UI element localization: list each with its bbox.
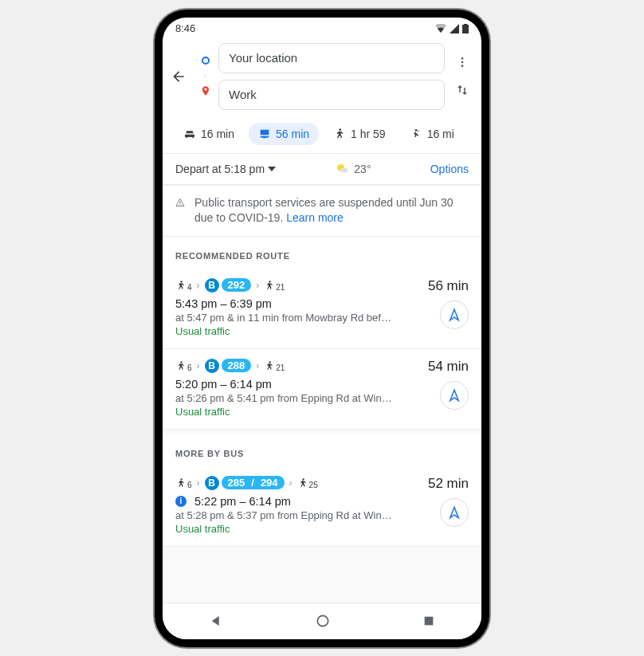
walk-minutes: 4 xyxy=(187,283,192,292)
walk-step: 6 xyxy=(175,360,192,371)
options-button[interactable]: Options xyxy=(430,163,469,175)
mode-rideshare[interactable]: 16 mi xyxy=(400,123,464,145)
screen: 8:46 ··· xyxy=(163,18,481,639)
depart-label: Depart at 5:18 pm xyxy=(175,163,265,175)
bus-number: 285 xyxy=(222,476,250,489)
destination-pin-icon xyxy=(200,85,211,96)
route-traffic: Usual traffic xyxy=(175,406,406,418)
route-detail: at 5:47 pm & in 11 min from Mowbray Rd b… xyxy=(175,312,406,324)
walk-step: 6 xyxy=(175,477,192,489)
route-item[interactable]: 6 › B 285 / 294 › xyxy=(163,466,481,547)
svg-rect-9 xyxy=(180,201,181,203)
walk-step: 21 xyxy=(264,360,285,371)
mode-drive[interactable]: 16 min xyxy=(174,123,244,145)
routes-list[interactable]: RECOMMENDED ROUTE 4 › B 292 › xyxy=(163,237,481,603)
navigation-icon xyxy=(447,505,461,520)
rideshare-icon xyxy=(410,128,422,140)
svg-point-8 xyxy=(340,167,348,172)
walk-icon xyxy=(175,280,187,291)
route-traffic: Usual traffic xyxy=(175,325,406,337)
walk-icon xyxy=(175,477,187,489)
mode-walk[interactable]: 1 hr 59 xyxy=(324,123,395,145)
svg-rect-0 xyxy=(462,25,469,33)
walk-minutes: 6 xyxy=(187,481,192,489)
swap-button[interactable] xyxy=(455,83,469,97)
svg-point-3 xyxy=(461,61,464,63)
route-item[interactable]: 6 › B 288 › 21 5:20 pm – 6:14 pm xyxy=(163,349,481,430)
weather-temp: 23° xyxy=(354,163,371,175)
depart-time-button[interactable]: Depart at 5:18 pm xyxy=(175,163,276,175)
route-duration: 56 min xyxy=(428,278,469,294)
svg-point-6 xyxy=(414,129,417,132)
mode-walk-label: 1 hr 59 xyxy=(351,128,386,140)
mode-transit[interactable]: 56 min xyxy=(249,123,319,145)
section-more-by-bus: MORE BY BUS xyxy=(163,434,481,466)
walk-minutes: 25 xyxy=(309,481,318,489)
alert-text: Public transport services are suspended … xyxy=(194,195,469,226)
svg-point-2 xyxy=(461,57,464,60)
start-navigation-button[interactable] xyxy=(440,301,469,329)
service-alert: Public transport services are suspended … xyxy=(163,185,481,237)
walk-minutes: 6 xyxy=(187,363,192,372)
android-nav-bar xyxy=(163,603,481,639)
svg-point-11 xyxy=(180,281,182,282)
walk-icon xyxy=(333,128,346,140)
route-points-column: ··· xyxy=(199,57,212,96)
alert-learn-more-link[interactable]: Learn more xyxy=(286,211,344,224)
route-steps: 4 › B 292 › 21 xyxy=(175,278,406,293)
dots-connector: ··· xyxy=(203,68,208,85)
walk-step: 25 xyxy=(297,477,318,489)
walk-icon xyxy=(175,360,187,371)
back-button[interactable] xyxy=(171,69,193,84)
svg-point-12 xyxy=(269,281,271,282)
svg-rect-18 xyxy=(425,617,434,626)
route-time-range: 5:43 pm – 6:39 pm xyxy=(175,297,406,310)
warning-icon xyxy=(175,195,185,210)
walk-step: 21 xyxy=(264,280,285,291)
origin-dot-icon xyxy=(202,57,210,65)
chevron-right-icon: › xyxy=(197,280,200,291)
signal-icon xyxy=(450,24,459,33)
nav-recents-button[interactable] xyxy=(422,615,435,627)
destination-value: Work xyxy=(229,88,257,101)
walk-icon xyxy=(297,477,308,489)
chevron-right-icon: › xyxy=(256,360,259,371)
walk-minutes: 21 xyxy=(276,283,285,292)
route-time-range-text: 5:22 pm – 6:14 pm xyxy=(194,495,291,508)
chevron-right-icon: › xyxy=(197,477,200,489)
chevron-right-icon: › xyxy=(289,477,293,489)
directions-header: ··· Your location Work xyxy=(163,40,481,116)
svg-point-5 xyxy=(339,128,341,131)
route-detail: at 5:26 pm & 5:41 pm from Epping Rd at W… xyxy=(175,392,406,404)
chevron-right-icon: › xyxy=(256,280,259,291)
bus-number: 294 xyxy=(256,476,285,489)
svg-rect-1 xyxy=(464,24,467,25)
more-menu-button[interactable] xyxy=(456,56,469,69)
bus-number: 292 xyxy=(222,278,252,292)
info-icon: i xyxy=(175,496,187,507)
route-detail: at 5:28 pm & 5:37 pm from Epping Rd at W… xyxy=(175,509,406,521)
start-navigation-button[interactable] xyxy=(440,498,469,527)
route-traffic: Usual traffic xyxy=(175,523,406,535)
svg-rect-10 xyxy=(180,204,181,205)
start-navigation-button[interactable] xyxy=(440,381,469,410)
bus-number: 288 xyxy=(222,359,252,372)
battery-icon xyxy=(462,24,469,33)
nav-back-button[interactable] xyxy=(209,614,223,628)
destination-input[interactable]: Work xyxy=(218,80,445,110)
weather-partly-cloudy-icon xyxy=(335,162,349,176)
bus-separator: / xyxy=(249,476,256,489)
nav-home-button[interactable] xyxy=(315,613,331,629)
options-label: Options xyxy=(430,163,469,175)
svg-point-14 xyxy=(269,361,271,363)
section-recommended: RECOMMENDED ROUTE xyxy=(163,237,481,269)
route-item[interactable]: 4 › B 292 › 21 5:43 pm – 6:39 pm xyxy=(163,269,481,349)
route-duration: 52 min xyxy=(428,476,469,492)
depart-row: Depart at 5:18 pm 23° Options xyxy=(163,154,481,184)
origin-input[interactable]: Your location xyxy=(218,43,445,73)
svg-point-4 xyxy=(461,65,464,67)
bus-step: B 292 xyxy=(205,278,252,293)
bus-step: B 288 xyxy=(205,359,252,373)
bus-step: B 285 / 294 xyxy=(205,476,285,490)
bus-letter: B xyxy=(205,359,219,373)
